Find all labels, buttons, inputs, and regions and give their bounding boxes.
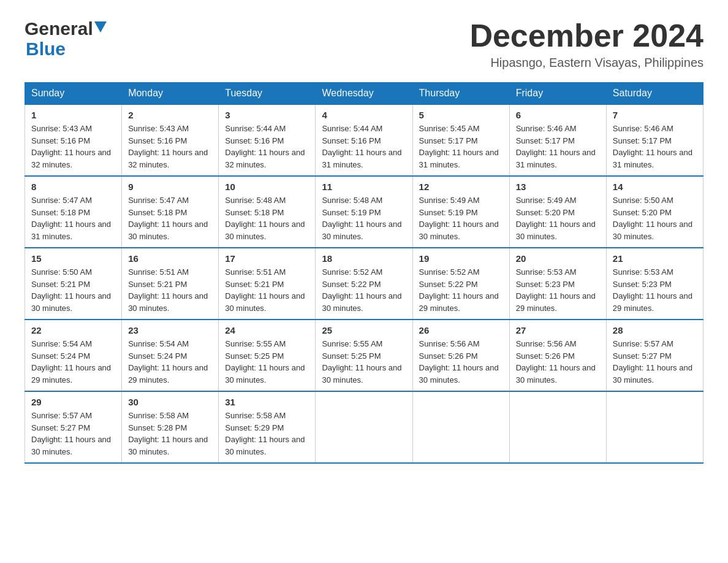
location-subtitle: Hipasngo, Eastern Visayas, Philippines — [469, 56, 703, 70]
day-info: Sunrise: 5:47 AMSunset: 5:18 PMDaylight:… — [31, 194, 115, 242]
day-info: Sunrise: 5:47 AMSunset: 5:18 PMDaylight:… — [128, 194, 212, 242]
calendar-cell — [606, 391, 703, 463]
calendar-cell: 15Sunrise: 5:50 AMSunset: 5:21 PMDayligh… — [25, 248, 122, 320]
day-number: 9 — [128, 182, 212, 192]
day-number: 7 — [613, 110, 697, 120]
calendar-cell: 3Sunrise: 5:44 AMSunset: 5:16 PMDaylight… — [219, 104, 316, 176]
calendar-cell — [509, 391, 606, 463]
day-number: 3 — [225, 110, 309, 120]
day-info: Sunrise: 5:46 AMSunset: 5:17 PMDaylight:… — [516, 123, 600, 170]
day-info: Sunrise: 5:53 AMSunset: 5:23 PMDaylight:… — [613, 266, 697, 314]
logo: General Blue — [25, 18, 108, 59]
col-header-sunday: Sunday — [25, 83, 122, 105]
day-info: Sunrise: 5:55 AMSunset: 5:25 PMDaylight:… — [322, 338, 406, 386]
day-number: 22 — [31, 325, 115, 335]
col-header-monday: Monday — [122, 83, 219, 105]
calendar-week-row: 22Sunrise: 5:54 AMSunset: 5:24 PMDayligh… — [25, 320, 703, 391]
calendar-table: SundayMondayTuesdayWednesdayThursdayFrid… — [25, 82, 703, 464]
day-info: Sunrise: 5:58 AMSunset: 5:28 PMDaylight:… — [128, 410, 212, 458]
calendar-cell: 30Sunrise: 5:58 AMSunset: 5:28 PMDayligh… — [122, 391, 219, 463]
day-info: Sunrise: 5:58 AMSunset: 5:29 PMDaylight:… — [225, 410, 309, 458]
calendar-cell: 27Sunrise: 5:56 AMSunset: 5:26 PMDayligh… — [509, 320, 606, 391]
day-info: Sunrise: 5:48 AMSunset: 5:19 PMDaylight:… — [322, 194, 406, 242]
calendar-cell: 16Sunrise: 5:51 AMSunset: 5:21 PMDayligh… — [122, 248, 219, 320]
day-info: Sunrise: 5:44 AMSunset: 5:16 PMDaylight:… — [225, 123, 309, 170]
calendar-cell: 26Sunrise: 5:56 AMSunset: 5:26 PMDayligh… — [412, 320, 509, 391]
calendar-cell: 18Sunrise: 5:52 AMSunset: 5:22 PMDayligh… — [316, 248, 412, 320]
calendar-cell: 4Sunrise: 5:44 AMSunset: 5:16 PMDaylight… — [316, 104, 412, 176]
day-number: 16 — [128, 253, 212, 264]
day-info: Sunrise: 5:44 AMSunset: 5:16 PMDaylight:… — [322, 123, 406, 170]
day-info: Sunrise: 5:54 AMSunset: 5:24 PMDaylight:… — [31, 338, 115, 386]
day-number: 31 — [225, 397, 309, 407]
calendar-cell: 25Sunrise: 5:55 AMSunset: 5:25 PMDayligh… — [316, 320, 412, 391]
day-info: Sunrise: 5:52 AMSunset: 5:22 PMDaylight:… — [419, 266, 503, 314]
day-number: 2 — [128, 110, 212, 120]
day-number: 26 — [419, 325, 503, 335]
day-number: 24 — [225, 325, 309, 335]
logo-general-text: General — [25, 18, 93, 39]
day-info: Sunrise: 5:50 AMSunset: 5:21 PMDaylight:… — [31, 266, 115, 314]
day-number: 23 — [128, 325, 212, 335]
page-header: General Blue December 2024 Hipasngo, Eas… — [25, 18, 703, 70]
col-header-wednesday: Wednesday — [316, 83, 412, 105]
day-info: Sunrise: 5:49 AMSunset: 5:20 PMDaylight:… — [516, 194, 600, 242]
calendar-cell: 5Sunrise: 5:45 AMSunset: 5:17 PMDaylight… — [412, 104, 509, 176]
calendar-cell: 2Sunrise: 5:43 AMSunset: 5:16 PMDaylight… — [122, 104, 219, 176]
calendar-cell: 24Sunrise: 5:55 AMSunset: 5:25 PMDayligh… — [219, 320, 316, 391]
day-number: 25 — [322, 325, 406, 335]
col-header-tuesday: Tuesday — [219, 83, 316, 105]
day-info: Sunrise: 5:55 AMSunset: 5:25 PMDaylight:… — [225, 338, 309, 386]
calendar-cell: 14Sunrise: 5:50 AMSunset: 5:20 PMDayligh… — [606, 176, 703, 248]
svg-marker-0 — [94, 21, 107, 33]
calendar-cell: 31Sunrise: 5:58 AMSunset: 5:29 PMDayligh… — [219, 391, 316, 463]
logo-triangle-icon — [94, 21, 108, 35]
day-number: 12 — [419, 182, 503, 192]
day-info: Sunrise: 5:43 AMSunset: 5:16 PMDaylight:… — [128, 123, 212, 170]
day-info: Sunrise: 5:49 AMSunset: 5:19 PMDaylight:… — [419, 194, 503, 242]
day-number: 19 — [419, 253, 503, 264]
day-number: 8 — [31, 182, 115, 192]
col-header-friday: Friday — [509, 83, 606, 105]
calendar-header-row: SundayMondayTuesdayWednesdayThursdayFrid… — [25, 83, 703, 105]
calendar-cell: 9Sunrise: 5:47 AMSunset: 5:18 PMDaylight… — [122, 176, 219, 248]
calendar-week-row: 1Sunrise: 5:43 AMSunset: 5:16 PMDaylight… — [25, 104, 703, 176]
calendar-cell: 10Sunrise: 5:48 AMSunset: 5:18 PMDayligh… — [219, 176, 316, 248]
day-info: Sunrise: 5:48 AMSunset: 5:18 PMDaylight:… — [225, 194, 309, 242]
month-title: December 2024 — [469, 18, 703, 53]
day-number: 28 — [613, 325, 697, 335]
calendar-cell: 11Sunrise: 5:48 AMSunset: 5:19 PMDayligh… — [316, 176, 412, 248]
day-info: Sunrise: 5:45 AMSunset: 5:17 PMDaylight:… — [419, 123, 503, 170]
day-info: Sunrise: 5:51 AMSunset: 5:21 PMDaylight:… — [225, 266, 309, 314]
calendar-cell: 8Sunrise: 5:47 AMSunset: 5:18 PMDaylight… — [25, 176, 122, 248]
day-number: 27 — [516, 325, 600, 335]
day-info: Sunrise: 5:56 AMSunset: 5:26 PMDaylight:… — [516, 338, 600, 386]
day-number: 18 — [322, 253, 406, 264]
day-info: Sunrise: 5:52 AMSunset: 5:22 PMDaylight:… — [322, 266, 406, 314]
day-number: 29 — [31, 397, 115, 407]
day-info: Sunrise: 5:51 AMSunset: 5:21 PMDaylight:… — [128, 266, 212, 314]
day-info: Sunrise: 5:53 AMSunset: 5:23 PMDaylight:… — [516, 266, 600, 314]
calendar-cell: 29Sunrise: 5:57 AMSunset: 5:27 PMDayligh… — [25, 391, 122, 463]
col-header-saturday: Saturday — [606, 83, 703, 105]
calendar-cell: 21Sunrise: 5:53 AMSunset: 5:23 PMDayligh… — [606, 248, 703, 320]
logo-blue-text: Blue — [26, 39, 66, 59]
calendar-cell: 13Sunrise: 5:49 AMSunset: 5:20 PMDayligh… — [509, 176, 606, 248]
col-header-thursday: Thursday — [412, 83, 509, 105]
calendar-cell: 7Sunrise: 5:46 AMSunset: 5:17 PMDaylight… — [606, 104, 703, 176]
day-info: Sunrise: 5:43 AMSunset: 5:16 PMDaylight:… — [31, 123, 115, 170]
day-number: 1 — [31, 110, 115, 120]
day-info: Sunrise: 5:54 AMSunset: 5:24 PMDaylight:… — [128, 338, 212, 386]
calendar-cell: 28Sunrise: 5:57 AMSunset: 5:27 PMDayligh… — [606, 320, 703, 391]
day-number: 5 — [419, 110, 503, 120]
day-number: 14 — [613, 182, 697, 192]
day-info: Sunrise: 5:46 AMSunset: 5:17 PMDaylight:… — [613, 123, 697, 170]
calendar-week-row: 15Sunrise: 5:50 AMSunset: 5:21 PMDayligh… — [25, 248, 703, 320]
day-number: 10 — [225, 182, 309, 192]
calendar-cell — [412, 391, 509, 463]
day-info: Sunrise: 5:57 AMSunset: 5:27 PMDaylight:… — [613, 338, 697, 386]
day-info: Sunrise: 5:56 AMSunset: 5:26 PMDaylight:… — [419, 338, 503, 386]
day-number: 4 — [322, 110, 406, 120]
day-number: 11 — [322, 182, 406, 192]
day-number: 20 — [516, 253, 600, 264]
